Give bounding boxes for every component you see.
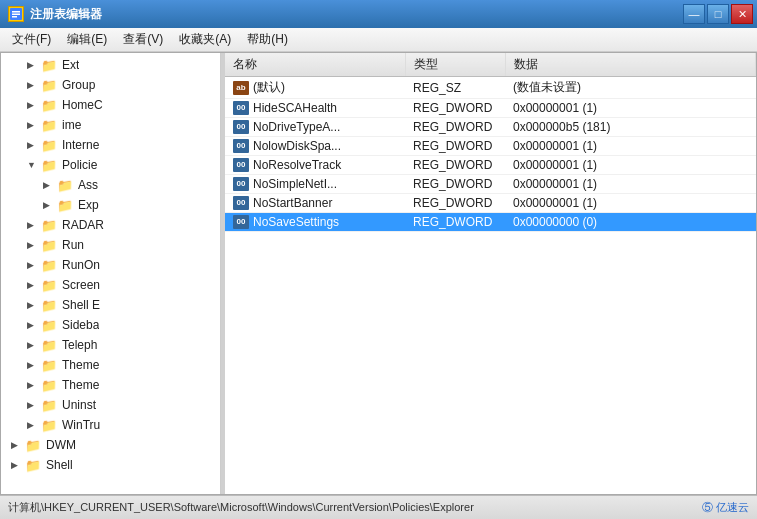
expand-arrow-icon[interactable]: ▶	[27, 380, 41, 390]
tree-panel[interactable]: ▶📁Ext▶📁Group▶📁HomeC▶📁ime▶📁Interne▼📁Polic…	[1, 53, 221, 494]
registry-type-cell: REG_SZ	[405, 77, 505, 99]
expand-arrow-icon[interactable]: ▶	[27, 320, 41, 330]
expand-arrow-icon[interactable]: ▶	[27, 140, 41, 150]
expand-arrow-icon[interactable]: ▶	[27, 220, 41, 230]
folder-icon: 📁	[41, 138, 59, 153]
status-path: 计算机\HKEY_CURRENT_USER\Software\Microsoft…	[8, 500, 690, 515]
table-row[interactable]: 00NoResolveTrackREG_DWORD0x00000001 (1)	[225, 156, 756, 175]
tree-item[interactable]: ▶📁Screen	[1, 275, 220, 295]
tree-item[interactable]: ▶📁WinTru	[1, 415, 220, 435]
table-row[interactable]: ab(默认)REG_SZ(数值未设置)	[225, 77, 756, 99]
registry-name-text: NoDriveTypeA...	[253, 120, 340, 134]
expand-arrow-icon[interactable]: ▶	[27, 300, 41, 310]
tree-item[interactable]: ▶📁Teleph	[1, 335, 220, 355]
svg-rect-1	[12, 11, 20, 13]
tree-item-label: Exp	[78, 198, 99, 212]
registry-data-cell: 0x00000001 (1)	[505, 175, 756, 194]
tree-item[interactable]: ▶📁Ass	[1, 175, 220, 195]
registry-name-cell: 00NoResolveTrack	[225, 156, 405, 175]
folder-icon: 📁	[41, 218, 59, 233]
tree-item[interactable]: ▶📁Theme	[1, 355, 220, 375]
folder-icon: 📁	[41, 298, 59, 313]
registry-type-icon: 00	[233, 158, 249, 172]
registry-name-text: (默认)	[253, 79, 285, 96]
registry-type-cell: REG_DWORD	[405, 137, 505, 156]
expand-arrow-icon[interactable]: ▶	[27, 400, 41, 410]
table-row[interactable]: 00NoDriveTypeA...REG_DWORD0x000000b5 (18…	[225, 118, 756, 137]
tree-item[interactable]: ▼📁Policie	[1, 155, 220, 175]
table-row[interactable]: 00NoSaveSettingsREG_DWORD0x00000000 (0)	[225, 213, 756, 232]
tree-item-label: Interne	[62, 138, 99, 152]
close-button[interactable]: ✕	[731, 4, 753, 24]
col-type: 类型	[405, 53, 505, 77]
tree-item[interactable]: ▶📁HomeC	[1, 95, 220, 115]
tree-item-label: Shell E	[62, 298, 100, 312]
table-row[interactable]: 00NoSimpleNetI...REG_DWORD0x00000001 (1)	[225, 175, 756, 194]
registry-name-text: NoSimpleNetI...	[253, 177, 337, 191]
expand-arrow-icon[interactable]: ▶	[27, 360, 41, 370]
expand-arrow-icon[interactable]: ▶	[43, 200, 57, 210]
tree-item[interactable]: ▶📁Theme	[1, 375, 220, 395]
tree-item-label: Ass	[78, 178, 98, 192]
expand-arrow-icon[interactable]: ▶	[27, 100, 41, 110]
tree-item-label: Group	[62, 78, 95, 92]
folder-icon: 📁	[41, 58, 59, 73]
registry-type-cell: REG_DWORD	[405, 213, 505, 232]
expand-arrow-icon[interactable]: ▶	[27, 260, 41, 270]
minimize-button[interactable]: —	[683, 4, 705, 24]
expand-arrow-icon[interactable]: ▶	[27, 280, 41, 290]
tree-item[interactable]: ▶📁Shell	[1, 455, 220, 475]
folder-icon: 📁	[41, 78, 59, 93]
menu-item-收藏夹A[interactable]: 收藏夹(A)	[171, 29, 239, 50]
tree-item[interactable]: ▶📁Uninst	[1, 395, 220, 415]
registry-type-cell: REG_DWORD	[405, 99, 505, 118]
expand-arrow-icon[interactable]: ▶	[27, 420, 41, 430]
expand-arrow-icon[interactable]: ▶	[27, 60, 41, 70]
tree-item[interactable]: ▶📁Sideba	[1, 315, 220, 335]
tree-item[interactable]: ▶📁DWM	[1, 435, 220, 455]
registry-name-cell: 00NoDriveTypeA...	[225, 118, 405, 137]
expand-arrow-icon[interactable]: ▶	[27, 340, 41, 350]
table-row[interactable]: 00HideSCAHealthREG_DWORD0x00000001 (1)	[225, 99, 756, 118]
menu-item-查看V[interactable]: 查看(V)	[115, 29, 171, 50]
registry-data-cell: 0x00000001 (1)	[505, 156, 756, 175]
menu-item-文件F[interactable]: 文件(F)	[4, 29, 59, 50]
registry-name-cell: 00HideSCAHealth	[225, 99, 405, 118]
tree-item-label: Ext	[62, 58, 79, 72]
expand-arrow-icon[interactable]: ▶	[27, 120, 41, 130]
menu-item-编辑E[interactable]: 编辑(E)	[59, 29, 115, 50]
expand-arrow-icon[interactable]: ▼	[27, 160, 41, 170]
tree-item-label: Screen	[62, 278, 100, 292]
expand-arrow-icon[interactable]: ▶	[11, 440, 25, 450]
window-controls[interactable]: — □ ✕	[683, 4, 753, 24]
tree-item[interactable]: ▶📁Group	[1, 75, 220, 95]
registry-type-icon: 00	[233, 101, 249, 115]
registry-name-text: HideSCAHealth	[253, 101, 337, 115]
registry-type-cell: REG_DWORD	[405, 175, 505, 194]
tree-item[interactable]: ▶📁Interne	[1, 135, 220, 155]
registry-name-cell: 00NoSimpleNetI...	[225, 175, 405, 194]
menu-item-帮助H[interactable]: 帮助(H)	[239, 29, 296, 50]
expand-arrow-icon[interactable]: ▶	[27, 240, 41, 250]
tree-item[interactable]: ▶📁RADAR	[1, 215, 220, 235]
tree-item[interactable]: ▶📁Ext	[1, 55, 220, 75]
table-row[interactable]: 00NoStartBannerREG_DWORD0x00000001 (1)	[225, 194, 756, 213]
tree-item[interactable]: ▶📁ime	[1, 115, 220, 135]
values-panel[interactable]: 名称 类型 数据 ab(默认)REG_SZ(数值未设置)00HideSCAHea…	[225, 53, 756, 494]
folder-icon: 📁	[41, 418, 59, 433]
tree-item-label: Uninst	[62, 398, 96, 412]
title-bar-left: 注册表编辑器	[8, 6, 102, 23]
tree-item[interactable]: ▶📁Exp	[1, 195, 220, 215]
expand-arrow-icon[interactable]: ▶	[43, 180, 57, 190]
svg-rect-3	[12, 16, 17, 18]
expand-arrow-icon[interactable]: ▶	[11, 460, 25, 470]
tree-item-label: Teleph	[62, 338, 97, 352]
maximize-button[interactable]: □	[707, 4, 729, 24]
registry-data-cell: 0x000000b5 (181)	[505, 118, 756, 137]
expand-arrow-icon[interactable]: ▶	[27, 80, 41, 90]
tree-item[interactable]: ▶📁Run	[1, 235, 220, 255]
tree-item[interactable]: ▶📁RunOn	[1, 255, 220, 275]
tree-item[interactable]: ▶📁Shell E	[1, 295, 220, 315]
table-row[interactable]: 00NolowDiskSpa...REG_DWORD0x00000001 (1)	[225, 137, 756, 156]
registry-name-text: NoResolveTrack	[253, 158, 341, 172]
